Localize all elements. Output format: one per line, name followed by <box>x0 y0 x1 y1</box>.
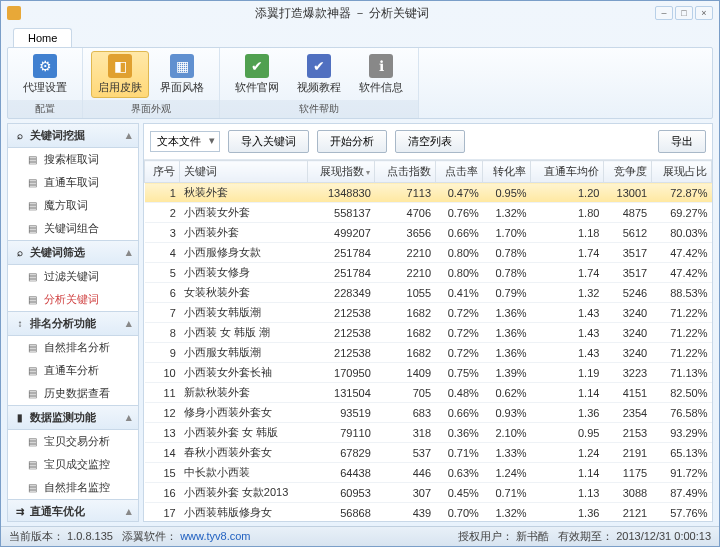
cell: 秋装外套 <box>180 183 308 203</box>
col-1[interactable]: 关键词 <box>180 161 308 183</box>
col-5[interactable]: 转化率 <box>483 161 531 183</box>
cell: 0.71% <box>483 483 531 503</box>
table-row[interactable]: 9小西服女韩版潮21253816820.72%1.36%1.43324071.2… <box>145 343 712 363</box>
cell: 1055 <box>375 283 435 303</box>
ribbon-软件信息[interactable]: ℹ软件信息 <box>352 51 410 98</box>
cell: 0.63% <box>435 463 483 483</box>
side-item-宝贝交易分析[interactable]: ▤宝贝交易分析 <box>8 430 138 453</box>
col-7[interactable]: 竞争度 <box>603 161 651 183</box>
side-item-搜索框取词[interactable]: ▤搜索框取词 <box>8 148 138 171</box>
cell: 2354 <box>603 403 651 423</box>
cell: 251784 <box>308 263 375 283</box>
table-row[interactable]: 1秋装外套134883071130.47%0.95%1.201300172.87… <box>145 183 712 203</box>
tab-home[interactable]: Home <box>13 28 72 47</box>
col-6[interactable]: 直通车均价 <box>531 161 604 183</box>
cell: 0.71% <box>435 443 483 463</box>
side-item-直通车分析[interactable]: ▤直通车分析 <box>8 359 138 382</box>
table-row[interactable]: 13小西装外套 女 韩版791103180.36%2.10%0.95215393… <box>145 423 712 443</box>
side-head-数据监测功能[interactable]: ▮数据监测功能▴ <box>8 405 138 430</box>
side-item-自然排名监控[interactable]: ▤自然排名监控 <box>8 476 138 499</box>
side-item-历史数据查看[interactable]: ▤历史数据查看 <box>8 382 138 405</box>
main-panel: 文本文件 导入关键词 开始分析 清空列表 导出 序号关键词展现指数▾点击指数点击… <box>143 123 713 522</box>
table-row[interactable]: 4小西服修身女款25178422100.80%0.78%1.74351747.4… <box>145 243 712 263</box>
cell: 1.74 <box>531 243 604 263</box>
clear-button[interactable]: 清空列表 <box>395 130 465 153</box>
cell: 2 <box>145 203 180 223</box>
ribbon-界面风格[interactable]: ▦界面风格 <box>153 51 211 98</box>
side-head-关键词挖掘[interactable]: ⌕关键词挖掘▴ <box>8 124 138 148</box>
ribbon-label: 软件官网 <box>235 80 279 95</box>
table-row[interactable]: 2小西装女外套55813747060.76%1.32%1.80487569.27… <box>145 203 712 223</box>
side-head-直通车优化[interactable]: ⇉直通车优化▴ <box>8 499 138 522</box>
side-item-宝贝成交监控[interactable]: ▤宝贝成交监控 <box>8 453 138 476</box>
table-row[interactable]: 14春秋小西装外套女678295370.71%1.33%1.24219165.1… <box>145 443 712 463</box>
col-3[interactable]: 点击指数 <box>375 161 435 183</box>
table-row[interactable]: 10小西装女外套长袖17095014090.75%1.39%1.19322371… <box>145 363 712 383</box>
side-item-过滤关键词[interactable]: ▤过滤关键词 <box>8 265 138 288</box>
cell: 3240 <box>603 343 651 363</box>
data-grid[interactable]: 序号关键词展现指数▾点击指数点击率转化率直通车均价竞争度展现占比1秋装外套134… <box>144 160 712 521</box>
cell: 60953 <box>308 483 375 503</box>
ribbon-代理设置[interactable]: ⚙代理设置 <box>16 51 74 98</box>
table-row[interactable]: 16小西装外套 女款2013609533070.45%0.71%1.133088… <box>145 483 712 503</box>
side-item-自然排名分析[interactable]: ▤自然排名分析 <box>8 336 138 359</box>
ribbon-视频教程[interactable]: ✔视频教程 <box>290 51 348 98</box>
cell: 0.47% <box>435 183 483 203</box>
col-8[interactable]: 展现占比 <box>651 161 711 183</box>
side-item-关键词组合[interactable]: ▤关键词组合 <box>8 217 138 240</box>
cell: 76.58% <box>651 403 711 423</box>
side-head-关键词筛选[interactable]: ⌕关键词筛选▴ <box>8 240 138 265</box>
maximize-button[interactable]: □ <box>675 6 693 20</box>
filetype-select[interactable]: 文本文件 <box>150 131 220 152</box>
table-row[interactable]: 3小西装外套49920736560.66%1.70%1.18561280.03% <box>145 223 712 243</box>
cell: 251784 <box>308 243 375 263</box>
col-4[interactable]: 点击率 <box>435 161 483 183</box>
ribbon-软件官网[interactable]: ✔软件官网 <box>228 51 286 98</box>
cell: 0.76% <box>435 203 483 223</box>
side-item-分析关键词[interactable]: ▤分析关键词 <box>8 288 138 311</box>
close-button[interactable]: × <box>695 6 713 20</box>
col-0[interactable]: 序号 <box>145 161 180 183</box>
cell: 318 <box>375 423 435 443</box>
side-head-排名分析功能[interactable]: ↕排名分析功能▴ <box>8 311 138 336</box>
table-row[interactable]: 5小西装女修身25178422100.80%0.78%1.74351747.42… <box>145 263 712 283</box>
table-row[interactable]: 12修身小西装外套女935196830.66%0.93%1.36235476.5… <box>145 403 712 423</box>
table-row[interactable]: 6女装秋装外套22834910550.41%0.79%1.32524688.53… <box>145 283 712 303</box>
ribbon-label: 代理设置 <box>23 80 67 95</box>
ribbon-icon: ✔ <box>307 54 331 78</box>
side-item-直通车取词[interactable]: ▤直通车取词 <box>8 171 138 194</box>
side-item-魔方取词[interactable]: ▤魔方取词 <box>8 194 138 217</box>
cell: 16 <box>145 483 180 503</box>
export-button[interactable]: 导出 <box>658 130 706 153</box>
table-row[interactable]: 7小西装女韩版潮21253816820.72%1.36%1.43324071.2… <box>145 303 712 323</box>
cell: 1682 <box>375 343 435 363</box>
cell: 170950 <box>308 363 375 383</box>
cell: 683 <box>375 403 435 423</box>
start-button[interactable]: 开始分析 <box>317 130 387 153</box>
cell: 4 <box>145 243 180 263</box>
import-button[interactable]: 导入关键词 <box>228 130 309 153</box>
toolbar: 文本文件 导入关键词 开始分析 清空列表 导出 <box>144 124 712 160</box>
table-row[interactable]: 8小西装 女 韩版 潮21253816820.72%1.36%1.4332407… <box>145 323 712 343</box>
vendor-link[interactable]: www.tyv8.com <box>180 530 250 542</box>
cell: 80.03% <box>651 223 711 243</box>
ribbon-icon: ✔ <box>245 54 269 78</box>
cell: 小西装外套 女 韩版 <box>180 423 308 443</box>
item-icon: ▤ <box>28 154 40 166</box>
table-row[interactable]: 11新款秋装外套1315047050.48%0.62%1.14415182.50… <box>145 383 712 403</box>
panel-icon: ↕ <box>14 318 26 330</box>
cell: 446 <box>375 463 435 483</box>
cell: 1.43 <box>531 303 604 323</box>
cell: 1.74 <box>531 263 604 283</box>
cell: 1682 <box>375 323 435 343</box>
cell: 212538 <box>308 323 375 343</box>
table-row[interactable]: 15中长款小西装644384460.63%1.24%1.14117591.72% <box>145 463 712 483</box>
ribbon-启用皮肤[interactable]: ◧启用皮肤 <box>91 51 149 98</box>
minimize-button[interactable]: – <box>655 6 673 20</box>
table-row[interactable]: 17小西装韩版修身女568684390.70%1.32%1.36212157.7… <box>145 503 712 522</box>
cell: 9 <box>145 343 180 363</box>
statusbar: 当前版本： 1.0.8.135 添翼软件： www.tyv8.com 授权用户：… <box>1 526 719 546</box>
cell: 6 <box>145 283 180 303</box>
cell: 0.48% <box>435 383 483 403</box>
col-2[interactable]: 展现指数▾ <box>308 161 375 183</box>
